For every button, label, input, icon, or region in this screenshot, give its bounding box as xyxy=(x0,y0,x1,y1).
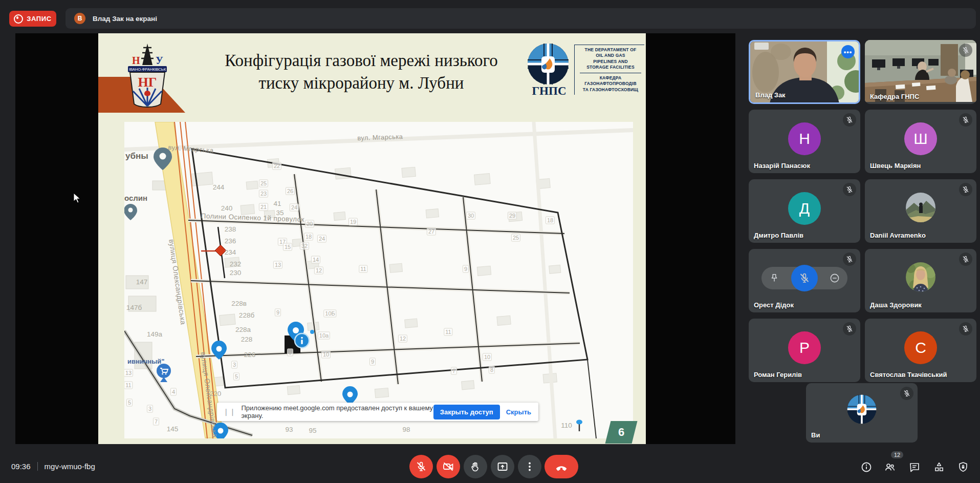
end-call-button[interactable] xyxy=(545,455,578,478)
recording-label: ЗАПИС xyxy=(27,15,51,23)
svg-text:НГ: НГ xyxy=(138,75,157,90)
participant-tile[interactable]: Орест Дідок xyxy=(749,249,860,312)
participant-tile[interactable]: •••Влад Зак xyxy=(749,40,860,104)
present-screen-button[interactable] xyxy=(491,455,514,478)
house-number: 226 xyxy=(244,351,256,359)
activities-button[interactable] xyxy=(933,461,945,473)
house-number: 25 xyxy=(511,234,520,242)
house-number: 7 xyxy=(451,367,457,375)
meeting-details-button[interactable] xyxy=(860,461,873,473)
house-number: 145 xyxy=(167,425,179,433)
house-number: 18 xyxy=(304,233,313,241)
camera-toggle-button[interactable] xyxy=(437,455,460,478)
participant-tile[interactable]: ННазарій Панасюк xyxy=(749,110,860,173)
house-number: 41 xyxy=(273,200,281,207)
presentation-slide: Н У ІВАНО-ФРАНКІВСЬК НГ Конфігурація газ… xyxy=(98,33,646,444)
participant-tile[interactable]: Кафедра ГНПС xyxy=(865,40,976,104)
house-number: 228в xyxy=(231,300,247,307)
tile-hover-controls xyxy=(761,267,847,289)
house-number: 15 xyxy=(283,243,292,251)
presenter-avatar: В xyxy=(74,13,85,24)
participant-tile[interactable]: ССвятослав Ткачівський xyxy=(865,319,976,382)
house-number: 228а xyxy=(235,326,251,333)
house-number: 14 xyxy=(311,256,320,264)
participants-button[interactable] xyxy=(884,461,896,473)
mic-muted-icon xyxy=(959,253,972,266)
mouse-cursor xyxy=(73,193,81,204)
tile-options-button[interactable]: ••• xyxy=(841,45,855,58)
presenting-banner-label: Влад Зак на екрані xyxy=(93,15,157,23)
stop-sharing-button[interactable]: Закрыть доступ xyxy=(433,405,500,419)
pause-icon: ❘❘ xyxy=(223,408,236,416)
house-number: 236 xyxy=(225,237,236,245)
share-notification-text: Приложению meet.google.com предоставлен … xyxy=(241,404,433,419)
house-number: 10а xyxy=(318,332,330,340)
house-number: 9 xyxy=(463,265,469,273)
house-number: 13 xyxy=(273,261,282,269)
house-number: 9 xyxy=(369,358,376,366)
house-number: 149а xyxy=(147,330,162,338)
raise-hand-button[interactable] xyxy=(464,455,487,478)
participant-tile[interactable]: ДДмитро Павлів xyxy=(749,179,860,243)
avatar: Р xyxy=(788,331,821,364)
house-number: 3 xyxy=(147,405,153,413)
svg-text:ІВАНО-ФРАНКІВСЬК: ІВАНО-ФРАНКІВСЬК xyxy=(129,67,166,72)
poi-label: ослин xyxy=(124,194,147,202)
house-number: 228 xyxy=(241,335,253,343)
house-number: 147 xyxy=(136,278,148,286)
participant-tile[interactable]: Ви xyxy=(806,383,918,443)
mic-muted-icon xyxy=(900,387,913,400)
house-number: 98 xyxy=(402,426,410,433)
participant-name: Даша Здоровик xyxy=(870,301,922,309)
participant-name: Швець Маркіян xyxy=(870,162,921,170)
chat-button[interactable] xyxy=(908,461,921,473)
participant-name: Кафедра ГНПС xyxy=(870,93,919,100)
house-number: 12 xyxy=(314,267,323,275)
house-number: 11 xyxy=(444,328,452,336)
house-number: 220 xyxy=(210,390,222,397)
slide-title: Конфігурація газової мережі низького тис… xyxy=(187,50,535,94)
participant-name: Назарій Панасюк xyxy=(754,162,810,170)
share-notification-bar: ❘❘ Приложению meet.google.com предоставл… xyxy=(217,403,538,421)
participant-tile[interactable]: Daniil Avramenko xyxy=(865,179,976,243)
house-number: 147б xyxy=(126,304,142,311)
gnps-abbr: ГНПС xyxy=(528,85,570,98)
map-canvas xyxy=(124,122,633,438)
poi-label: убны xyxy=(125,151,148,161)
mic-muted-icon xyxy=(843,253,856,266)
house-number: 7 xyxy=(153,418,159,426)
recording-badge[interactable]: ЗАПИС xyxy=(9,11,56,27)
pin-participant-button[interactable] xyxy=(769,272,780,284)
house-number: 230 xyxy=(230,269,242,277)
participant-name: Роман Герилів xyxy=(754,371,802,379)
house-number: 35 xyxy=(276,209,284,217)
house-number: 18 xyxy=(546,217,555,224)
more-options-button[interactable] xyxy=(518,455,541,478)
house-number: 234 xyxy=(225,248,236,256)
participant-tile[interactable]: РРоман Герилів xyxy=(749,319,860,382)
house-number: 9 xyxy=(275,309,281,317)
svg-text:У: У xyxy=(156,55,163,66)
host-controls-button[interactable] xyxy=(957,461,969,473)
house-number: 93 xyxy=(285,426,293,433)
mic-muted-icon xyxy=(843,322,856,335)
remove-participant-button[interactable] xyxy=(829,272,840,284)
mute-participant-button[interactable] xyxy=(791,265,818,291)
house-number: 11 xyxy=(124,382,133,389)
house-number: 20 xyxy=(305,220,314,228)
house-number: 30 xyxy=(466,212,475,220)
participant-name: Влад Зак xyxy=(755,91,786,99)
hide-notification-link[interactable]: Скрыть xyxy=(506,408,531,416)
avatar: Д xyxy=(788,192,821,225)
presenting-banner: В Влад Зак на екрані xyxy=(66,8,976,29)
mic-muted-icon xyxy=(843,113,856,127)
house-number: 10 xyxy=(483,353,492,361)
university-logo: Н У ІВАНО-ФРАНКІВСЬК НГ xyxy=(123,43,172,110)
house-number: 240 xyxy=(221,204,233,212)
house-number: 22 xyxy=(272,162,281,170)
participant-tile[interactable]: ШШвець Маркіян xyxy=(865,110,976,173)
mic-toggle-button[interactable] xyxy=(409,455,433,478)
participant-tile[interactable]: Даша Здоровик xyxy=(865,249,976,312)
gnps-emblem-icon xyxy=(527,43,569,85)
avatar xyxy=(847,394,877,424)
